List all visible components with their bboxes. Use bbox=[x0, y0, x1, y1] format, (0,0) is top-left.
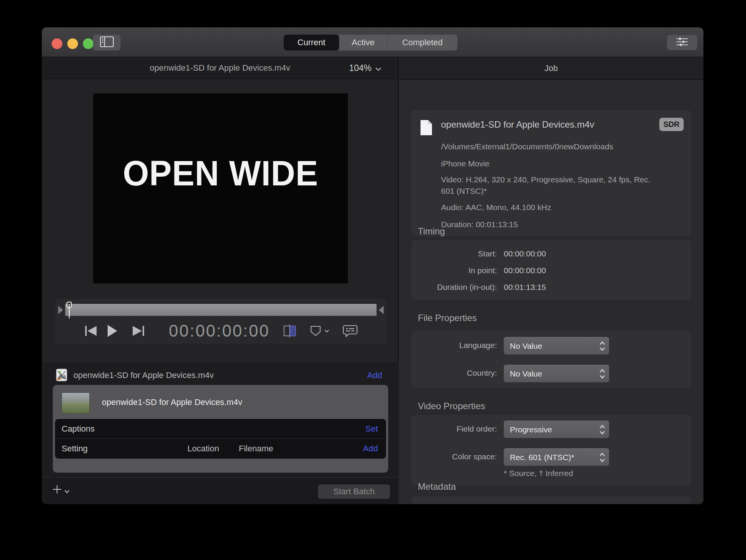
filename-column-label: Filename bbox=[239, 444, 273, 454]
job-thumbnail bbox=[62, 392, 90, 414]
preview-target-button[interactable] bbox=[309, 324, 329, 337]
field-order-label: Field order: bbox=[411, 424, 497, 433]
zoom-level-value: 104% bbox=[349, 63, 371, 73]
inspector-content: openwide1-SD for Apple Devices.m4v SDR /… bbox=[399, 80, 703, 504]
video-properties-section-header: Video Properties bbox=[418, 401, 485, 411]
captions-set-link[interactable]: Set bbox=[365, 424, 378, 434]
preview-area: OPEN WIDE bbox=[42, 79, 398, 362]
transport-controls: 00:00:00:00 bbox=[55, 299, 387, 344]
plus-icon bbox=[52, 484, 62, 495]
tab-current[interactable]: Current bbox=[284, 35, 339, 51]
file-info-card: openwide1-SD for Apple Devices.m4v SDR /… bbox=[411, 110, 691, 236]
out-point-marker[interactable] bbox=[379, 306, 384, 314]
file-properties-card: Language: No Value Country: No Value bbox=[411, 331, 691, 388]
timing-inpoint-label: In point: bbox=[411, 266, 497, 275]
job-details-box: Captions Set Setting Location Filename A… bbox=[55, 419, 386, 459]
metadata-section-header: Metadata bbox=[418, 481, 456, 492]
zoom-level-control[interactable]: 104% bbox=[349, 57, 381, 79]
playhead-handle[interactable] bbox=[67, 302, 72, 318]
color-space-value: Rec. 601 (NTSC)* bbox=[510, 453, 574, 462]
caption-bubble-icon bbox=[343, 324, 358, 338]
timeline-scrubber[interactable] bbox=[65, 304, 377, 316]
language-label: Language: bbox=[411, 341, 497, 350]
batch-source-filename: openwide1-SD for Apple Devices.m4v bbox=[73, 370, 214, 380]
outputs-header-row: Setting Location Filename Add bbox=[56, 439, 386, 458]
color-space-label: Color space: bbox=[411, 452, 497, 461]
location-column-label: Location bbox=[187, 444, 219, 454]
country-label: Country: bbox=[411, 369, 497, 378]
batch-section: openwide1-SD for Apple Devices.m4v Add o… bbox=[42, 362, 398, 478]
traffic-lights bbox=[52, 38, 94, 49]
timing-section-header: Timing bbox=[418, 226, 445, 237]
zoom-window-button[interactable] bbox=[83, 38, 94, 49]
captions-overlay-button[interactable] bbox=[343, 324, 358, 338]
captions-label: Captions bbox=[62, 424, 95, 434]
timing-card: Start: 00:00:00:00 In point: 00:00:00:00… bbox=[411, 240, 691, 300]
add-setting-link[interactable]: Add bbox=[363, 444, 378, 454]
add-output-link[interactable]: Add bbox=[367, 370, 382, 380]
country-popup[interactable]: No Value bbox=[504, 365, 609, 382]
sidebar-icon bbox=[100, 36, 114, 49]
popup-chevrons-icon bbox=[599, 368, 605, 382]
toolbar: Current Active Completed bbox=[42, 27, 703, 57]
file-name: openwide1-SD for Apple Devices.m4v bbox=[441, 119, 594, 130]
setting-column-label: Setting bbox=[62, 444, 88, 454]
job-card[interactable]: openwide1-SD for Apple Devices.m4v Capti… bbox=[53, 385, 388, 473]
popup-chevrons-icon bbox=[599, 340, 605, 354]
main-content: openwide1-SD for Apple Devices.m4v 104% … bbox=[42, 57, 703, 504]
play-icon bbox=[106, 324, 118, 338]
previous-frame-icon bbox=[84, 325, 98, 337]
add-job-button[interactable] bbox=[52, 484, 70, 495]
timing-start-label: Start: bbox=[411, 249, 497, 258]
pennant-icon bbox=[309, 324, 322, 337]
field-order-value: Progressive bbox=[510, 425, 552, 434]
inspector-header: Job bbox=[399, 57, 703, 80]
minimize-window-button[interactable] bbox=[67, 38, 78, 49]
close-window-button[interactable] bbox=[52, 38, 62, 49]
playback-controls: 00:00:00:00 bbox=[55, 320, 387, 342]
field-order-popup[interactable]: Progressive bbox=[504, 421, 609, 438]
file-path: /Volumes/External1/Documents/0newDownloa… bbox=[441, 141, 613, 152]
captions-row: Captions Set bbox=[56, 419, 386, 439]
timing-inpoint-value: 00:00:00:00 bbox=[504, 266, 546, 275]
country-value: No Value bbox=[510, 369, 542, 378]
preview-titlebar: openwide1-SD for Apple Devices.m4v 104% bbox=[42, 57, 398, 79]
timing-duration-label: Duration (in-out): bbox=[411, 283, 497, 292]
color-space-popup[interactable]: Rec. 601 (NTSC)* bbox=[504, 448, 609, 466]
next-frame-icon bbox=[131, 325, 146, 337]
language-popup[interactable]: No Value bbox=[504, 337, 609, 354]
in-point-marker[interactable] bbox=[58, 306, 63, 314]
preview-pane: openwide1-SD for Apple Devices.m4v 104% … bbox=[42, 57, 398, 504]
sdr-badge: SDR bbox=[659, 118, 684, 131]
file-kind: iPhone Movie bbox=[441, 158, 489, 169]
sidebar-toggle-button[interactable] bbox=[93, 35, 121, 51]
batch-view-segmented-control: Current Active Completed bbox=[284, 35, 457, 51]
preview-file-title: openwide1-SD for Apple Devices.m4v bbox=[150, 63, 290, 73]
timecode-display: 00:00:00:00 bbox=[169, 321, 260, 340]
movie-file-icon bbox=[55, 368, 68, 383]
job-filename: openwide1-SD for Apple Devices.m4v bbox=[102, 397, 242, 407]
compare-view-button[interactable] bbox=[282, 324, 298, 338]
next-frame-button[interactable] bbox=[131, 325, 146, 337]
timing-duration-value: 00:01:13:15 bbox=[504, 283, 546, 292]
inspector-pane: Job openwide1-SD for Apple Devices.m4v S… bbox=[399, 57, 703, 504]
previous-frame-button[interactable] bbox=[84, 325, 98, 337]
chevron-down-icon bbox=[324, 329, 329, 333]
tab-active[interactable]: Active bbox=[339, 35, 387, 51]
play-button[interactable] bbox=[106, 324, 118, 338]
popup-chevrons-icon bbox=[599, 451, 605, 465]
tab-completed[interactable]: Completed bbox=[387, 35, 457, 51]
inspector-toggle-button[interactable] bbox=[667, 35, 697, 50]
file-audio-info: Audio: AAC, Mono, 44.100 kHz bbox=[441, 202, 551, 213]
chevron-down-icon bbox=[375, 63, 381, 73]
video-properties-card: Field order: Progressive Color space: Re… bbox=[411, 415, 691, 486]
start-batch-button[interactable]: Start Batch bbox=[318, 484, 390, 499]
document-icon bbox=[420, 119, 433, 138]
sliders-icon bbox=[675, 36, 689, 49]
metadata-card bbox=[411, 496, 691, 504]
video-frame-text: OPEN WIDE bbox=[98, 153, 343, 193]
file-video-info: Video: H.264, 320 x 240, Progressive, Sq… bbox=[441, 174, 662, 197]
compressor-window: Current Active Completed bbox=[42, 27, 703, 504]
source-inferred-footnote: * Source, † Inferred bbox=[504, 469, 573, 478]
batch-source-row[interactable]: openwide1-SD for Apple Devices.m4v Add bbox=[42, 366, 398, 384]
